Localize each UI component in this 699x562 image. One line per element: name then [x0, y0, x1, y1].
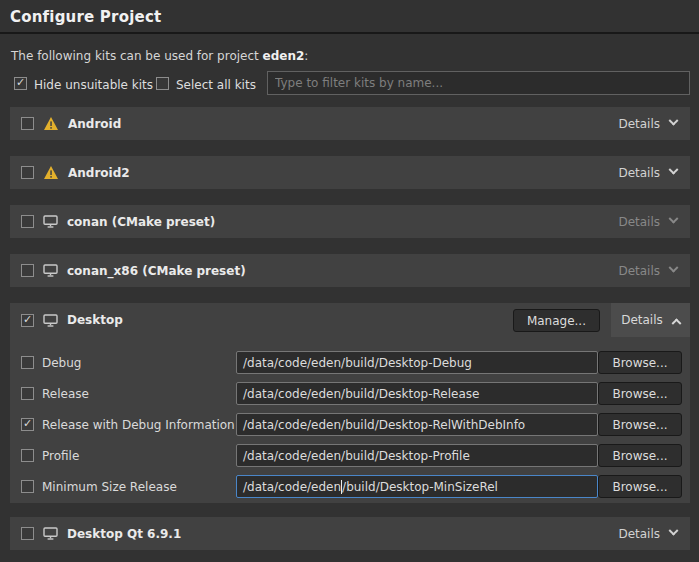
- release-checkbox[interactable]: [21, 387, 34, 400]
- kit-android2-checkbox[interactable]: [21, 166, 34, 179]
- hide-unsuitable-kits-checkbox[interactable]: ✓: [14, 77, 27, 90]
- kit-row-desktop[interactable]: ✓ Desktop Manage... Details: [10, 303, 690, 337]
- build-dir-value-after-caret: /build/Desktop-MinSizeRel: [342, 480, 498, 494]
- kit-desktop-details-button[interactable]: Details: [611, 303, 690, 337]
- relwithdebinfo-build-dir-field[interactable]: /data/code/eden/build/Desktop-RelWithDeb…: [236, 413, 598, 436]
- subtitle-suffix: :: [304, 49, 308, 63]
- checkmark-icon: ✓: [23, 418, 32, 429]
- build-config-row-profile: Profile /data/code/eden/build/Desktop-Pr…: [10, 444, 690, 467]
- build-config-row-release: Release /data/code/eden/build/Desktop-Re…: [10, 382, 690, 405]
- desktop-monitor-icon: [43, 527, 58, 540]
- desktop-monitor-icon: [43, 314, 58, 327]
- kit-name: Desktop: [67, 313, 123, 327]
- build-config-label: Release: [42, 387, 89, 401]
- build-config-label: Release with Debug Information: [42, 418, 235, 432]
- select-all-kits-checkbox[interactable]: [156, 77, 169, 90]
- configure-project-page: Configure Project The following kits can…: [0, 0, 699, 562]
- warning-icon: [43, 165, 59, 180]
- details-label: Details: [618, 264, 660, 278]
- debug-checkbox[interactable]: [21, 356, 34, 369]
- desktop-monitor-icon: [43, 215, 58, 228]
- select-all-kits-label: Select all kits: [176, 78, 256, 92]
- details-label: Details: [621, 313, 663, 327]
- project-name: eden2: [263, 49, 305, 63]
- profile-browse-button[interactable]: Browse...: [598, 444, 682, 467]
- warning-icon: [43, 116, 59, 131]
- kit-android2-details-button[interactable]: Details: [618, 156, 677, 189]
- kit-name: Desktop Qt 6.9.1: [67, 527, 181, 541]
- kit-filter-input[interactable]: [267, 71, 690, 95]
- kit-name: Android2: [68, 166, 130, 180]
- chevron-up-icon: [671, 318, 681, 328]
- kit-conan-checkbox[interactable]: [21, 215, 34, 228]
- manage-kits-button[interactable]: Manage...: [513, 309, 600, 332]
- debug-browse-button[interactable]: Browse...: [598, 351, 682, 374]
- kit-conan-x86-details-button: Details: [618, 254, 677, 287]
- build-config-row-debug: Debug /data/code/eden/build/Desktop-Debu…: [10, 351, 690, 374]
- desktop-monitor-icon: [43, 264, 58, 277]
- kit-name: conan_x86 (CMake preset): [67, 264, 246, 278]
- relwithdebinfo-checkbox[interactable]: ✓: [21, 418, 34, 431]
- build-dir-value: /data/code/eden/build/Desktop-Debug: [243, 356, 472, 370]
- details-label: Details: [618, 117, 660, 131]
- details-label: Details: [618, 215, 660, 229]
- build-config-label: Profile: [42, 449, 79, 463]
- minsizerel-build-dir-field[interactable]: /data/code/eden/build/Desktop-MinSizeRel: [236, 475, 598, 498]
- build-dir-value-before-caret: /data/code/eden: [243, 480, 341, 494]
- kit-desktop-qt-details-button[interactable]: Details: [618, 517, 677, 550]
- kit-row-android[interactable]: Android Details: [10, 107, 690, 140]
- chevron-down-icon: [669, 116, 679, 126]
- chevron-down-icon: [669, 214, 679, 224]
- page-title: Configure Project: [10, 8, 161, 26]
- checkmark-icon: ✓: [16, 77, 25, 88]
- checkmark-icon: ✓: [23, 314, 32, 325]
- kit-android-details-button[interactable]: Details: [618, 107, 677, 140]
- kit-conan-x86-checkbox[interactable]: [21, 264, 34, 277]
- hide-unsuitable-kits-label: Hide unsuitable kits: [34, 78, 153, 92]
- kits-subtitle: The following kits can be used for proje…: [11, 49, 308, 63]
- chevron-down-icon: [669, 526, 679, 536]
- debug-build-dir-field[interactable]: /data/code/eden/build/Desktop-Debug: [236, 351, 598, 374]
- chevron-down-icon: [669, 165, 679, 175]
- subtitle-prefix: The following kits can be used for proje…: [11, 49, 263, 63]
- build-config-label: Minimum Size Release: [42, 480, 177, 494]
- kit-desktop-qt-checkbox[interactable]: [21, 527, 34, 540]
- chevron-down-icon: [669, 263, 679, 273]
- profile-build-dir-field[interactable]: /data/code/eden/build/Desktop-Profile: [236, 444, 598, 467]
- build-dir-value: /data/code/eden/build/Desktop-RelWithDeb…: [243, 418, 525, 432]
- kit-conan-details-button: Details: [618, 205, 677, 238]
- details-label: Details: [618, 166, 660, 180]
- build-dir-value: /data/code/eden/build/Desktop-Profile: [243, 449, 470, 463]
- kit-desktop-checkbox[interactable]: ✓: [21, 314, 34, 327]
- profile-checkbox[interactable]: [21, 449, 34, 462]
- details-label: Details: [618, 527, 660, 541]
- kit-row-conan[interactable]: conan (CMake preset) Details: [10, 205, 690, 238]
- release-build-dir-field[interactable]: /data/code/eden/build/Desktop-Release: [236, 382, 598, 405]
- minsizerel-browse-button[interactable]: Browse...: [598, 475, 682, 498]
- kit-row-conan-x86[interactable]: conan_x86 (CMake preset) Details: [10, 254, 690, 287]
- build-dir-value: /data/code/eden/build/Desktop-Release: [243, 387, 479, 401]
- kit-row-desktop-qt-691[interactable]: Desktop Qt 6.9.1 Details: [10, 517, 690, 550]
- kit-name: conan (CMake preset): [67, 215, 215, 229]
- build-config-row-minsizerel: Minimum Size Release /data/code/eden/bui…: [10, 475, 690, 498]
- relwithdebinfo-browse-button[interactable]: Browse...: [598, 413, 682, 436]
- kit-panel-desktop: ✓ Desktop Manage... Details Debug /data/…: [10, 303, 690, 503]
- release-browse-button[interactable]: Browse...: [598, 382, 682, 405]
- kit-name: Android: [68, 117, 121, 131]
- build-config-label: Debug: [42, 356, 81, 370]
- kit-row-android2[interactable]: Android2 Details: [10, 156, 690, 189]
- minsizerel-checkbox[interactable]: [21, 480, 34, 493]
- kit-android-checkbox[interactable]: [21, 117, 34, 130]
- build-config-row-relwithdebinfo: ✓ Release with Debug Information /data/c…: [10, 413, 690, 436]
- title-separator: [0, 32, 699, 34]
